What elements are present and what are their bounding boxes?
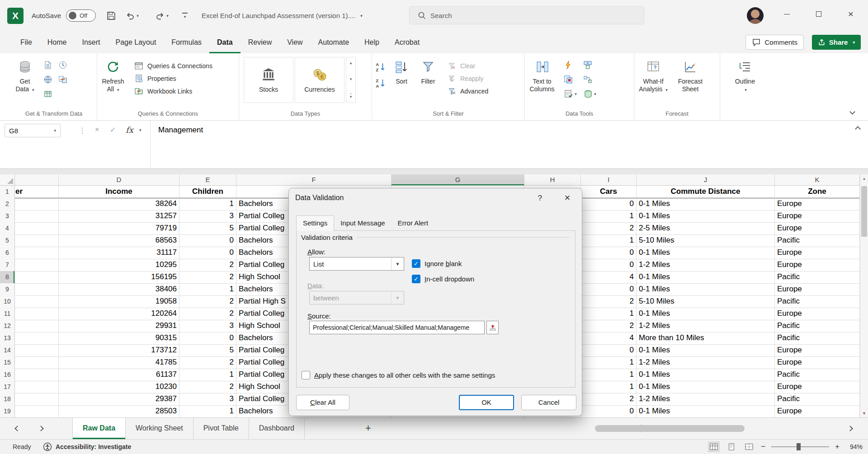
cell-children[interactable]: 2 bbox=[179, 308, 236, 320]
cell-children[interactable]: 0 bbox=[179, 234, 236, 247]
cell-cars[interactable]: 0 bbox=[581, 198, 637, 211]
cell-commute[interactable]: 1-2 Miles bbox=[637, 356, 775, 369]
cell-income[interactable]: 90315 bbox=[59, 332, 179, 345]
dialog-tab-error-alert[interactable]: Error Alert bbox=[392, 215, 435, 231]
formula-input[interactable]: Management bbox=[158, 124, 841, 136]
clear-all-button[interactable]: Clear All bbox=[296, 395, 349, 410]
cell-cars[interactable]: 2 bbox=[581, 222, 637, 235]
header-cell-children[interactable]: Children bbox=[179, 186, 236, 198]
cell-gender[interactable] bbox=[15, 308, 59, 320]
cell-zone[interactable]: Europe bbox=[775, 283, 860, 296]
tab-review[interactable]: Review bbox=[241, 31, 279, 53]
cell-cars[interactable]: 1 bbox=[581, 234, 637, 247]
tab-home[interactable]: Home bbox=[40, 31, 75, 53]
tab-acrobat[interactable]: Acrobat bbox=[387, 31, 427, 53]
cell-children[interactable]: 1 bbox=[179, 369, 236, 381]
currencies-tile[interactable]: $€ Currencies bbox=[295, 57, 344, 103]
cell-cars[interactable]: 1 bbox=[581, 369, 637, 381]
cell-children[interactable]: 3 bbox=[179, 210, 236, 223]
cell-commute[interactable]: 0-1 Miles bbox=[637, 381, 775, 393]
cell-children[interactable]: 1 bbox=[179, 283, 236, 296]
vertical-scrollbar-thumb[interactable] bbox=[861, 186, 867, 237]
tab-page-layout[interactable]: Page Layout bbox=[108, 31, 164, 53]
dialog-close-button[interactable]: × bbox=[559, 190, 576, 206]
what-if-analysis-button[interactable]: ? What-If Analysis ▾ bbox=[634, 57, 672, 107]
ok-button[interactable]: OK bbox=[459, 395, 514, 410]
autosave-toggle[interactable]: Off bbox=[66, 9, 96, 22]
relationships-icon[interactable] bbox=[582, 74, 593, 85]
formula-bar-grip-icon[interactable]: ⋮ bbox=[79, 126, 86, 135]
cell-zone[interactable]: Pacific bbox=[775, 234, 860, 247]
cell-children[interactable]: 3 bbox=[179, 393, 236, 406]
header-cell-income[interactable]: Income bbox=[59, 186, 179, 198]
cell-income[interactable]: 31117 bbox=[59, 247, 179, 259]
cell-gender[interactable] bbox=[15, 356, 59, 369]
dialog-tab-settings[interactable]: Settings bbox=[296, 215, 334, 231]
cell-zone[interactable]: Pacific bbox=[775, 295, 860, 308]
cell-commute[interactable]: 2-5 Miles bbox=[637, 222, 775, 235]
search-input[interactable]: Search bbox=[409, 6, 644, 24]
from-table-range-icon[interactable] bbox=[42, 89, 53, 99]
column-header-E[interactable]: E bbox=[179, 174, 236, 185]
formula-bar-collapse-icon[interactable] bbox=[855, 126, 861, 132]
cell-cars[interactable]: 0 bbox=[581, 344, 637, 357]
sheet-tab-raw-data[interactable]: Raw Data bbox=[72, 418, 126, 439]
cell-gender[interactable] bbox=[15, 344, 59, 357]
workbook-links-button[interactable]: Workbook Links bbox=[133, 85, 212, 98]
cell-income[interactable]: 10295 bbox=[59, 259, 179, 271]
cell-income[interactable]: 10230 bbox=[59, 381, 179, 393]
accessibility-status-button[interactable]: Accessibility: Investigate bbox=[43, 440, 131, 454]
cell-cars[interactable]: 2 bbox=[581, 393, 637, 406]
cell-income[interactable]: 120264 bbox=[59, 308, 179, 320]
cell-zone[interactable]: Europe bbox=[775, 247, 860, 259]
remove-duplicates-icon[interactable] bbox=[563, 74, 574, 85]
filter-button[interactable]: Filter bbox=[415, 57, 442, 107]
cell-zone[interactable]: Europe bbox=[775, 344, 860, 357]
cell-zone[interactable]: Europe bbox=[775, 356, 860, 369]
get-data-button[interactable]: Get Data ▾ bbox=[11, 57, 39, 107]
cell-zone[interactable]: Europe bbox=[775, 405, 860, 418]
apply-to-all-checkbox[interactable]: Apply these changes to all other cells w… bbox=[302, 371, 495, 379]
cell-children[interactable]: 2 bbox=[179, 295, 236, 308]
row-header[interactable]: 2 bbox=[0, 198, 15, 211]
tab-file[interactable]: File bbox=[13, 31, 40, 53]
cell-commute[interactable]: 0-1 Miles bbox=[637, 369, 775, 381]
sheet-nav-right-icon[interactable] bbox=[38, 426, 44, 431]
maximize-button[interactable] bbox=[808, 0, 829, 28]
tab-automate[interactable]: Automate bbox=[311, 31, 357, 53]
cell-commute[interactable]: 0-1 Miles bbox=[637, 283, 775, 296]
document-title[interactable]: Excel End-of Launchpad Assessment (versi… bbox=[202, 0, 363, 31]
cell-children[interactable]: 2 bbox=[179, 259, 236, 271]
cell-commute[interactable]: 0-1 Miles bbox=[637, 405, 775, 418]
cell-children[interactable]: 2 bbox=[179, 356, 236, 369]
sort-descending-icon[interactable]: ZA bbox=[375, 78, 386, 89]
vertical-scrollbar[interactable]: ▴ ▾ bbox=[860, 174, 868, 417]
cell-income[interactable]: 79719 bbox=[59, 222, 179, 235]
close-button[interactable]: × bbox=[840, 0, 861, 28]
column-header-G[interactable]: G bbox=[392, 174, 524, 185]
cancel-button[interactable]: Cancel bbox=[521, 395, 576, 410]
forecast-sheet-button[interactable]: Forecast Sheet bbox=[672, 57, 708, 107]
data-validation-icon[interactable]: ▾ bbox=[563, 89, 578, 99]
cell-cars[interactable]: 4 bbox=[581, 332, 637, 345]
row-header[interactable]: 8 bbox=[0, 271, 15, 284]
share-button[interactable]: Share ▾ bbox=[812, 35, 861, 50]
row-header[interactable]: 15 bbox=[0, 356, 15, 369]
cell-income[interactable]: 173712 bbox=[59, 344, 179, 357]
cell-income[interactable]: 19058 bbox=[59, 295, 179, 308]
cell-gender[interactable] bbox=[15, 283, 59, 296]
cell-cars[interactable]: 0 bbox=[581, 405, 637, 418]
row-header[interactable]: 17 bbox=[0, 381, 15, 393]
cell-income[interactable]: 68563 bbox=[59, 234, 179, 247]
gallery-more-button[interactable]: ▴ ▾ ▾ bbox=[346, 57, 356, 103]
scroll-up-icon[interactable]: ▴ bbox=[860, 176, 868, 181]
cancel-icon[interactable]: × bbox=[95, 126, 99, 134]
cell-commute[interactable]: 1-2 Miles bbox=[637, 393, 775, 406]
cell-income[interactable]: 29931 bbox=[59, 320, 179, 332]
cell-gender[interactable] bbox=[15, 332, 59, 345]
row-header[interactable]: 13 bbox=[0, 332, 15, 345]
cell-zone[interactable]: Pacific bbox=[775, 369, 860, 381]
cell-gender[interactable] bbox=[15, 405, 59, 418]
horizontal-scrollbar-thumb[interactable] bbox=[595, 425, 745, 432]
cell-zone[interactable]: Europe bbox=[775, 210, 860, 223]
